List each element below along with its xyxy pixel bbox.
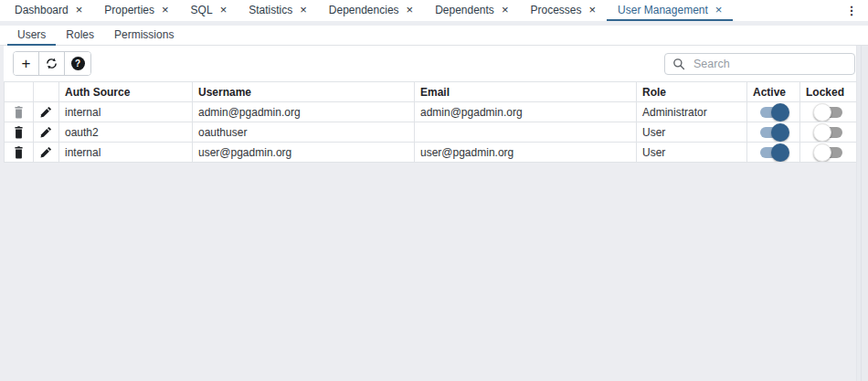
user-table-row: internal admin@pgadmin.org admin@pgadmin… xyxy=(5,102,857,122)
header-email: Email xyxy=(415,82,637,102)
toolbar: + ? xyxy=(4,46,856,81)
subtab-label: Roles xyxy=(66,28,94,41)
cell-username: oauthuser xyxy=(193,122,415,143)
subtab-roles[interactable]: Roles xyxy=(56,26,104,46)
cell-email: user@pgadmin.org xyxy=(415,143,637,163)
cell-role: User xyxy=(637,122,747,143)
locked-cell xyxy=(800,122,857,143)
delete-user-button[interactable] xyxy=(5,143,33,162)
cell-auth-source: internal xyxy=(59,143,193,163)
user-management-panel: + ? xyxy=(0,46,868,381)
locked-toggle[interactable] xyxy=(813,143,844,162)
cell-email xyxy=(415,122,637,143)
locked-cell xyxy=(800,102,857,122)
search-input[interactable] xyxy=(692,57,847,71)
tab-label: Statistics xyxy=(249,4,292,16)
delete-cell xyxy=(5,122,34,143)
help-button[interactable]: ? xyxy=(65,52,90,75)
cell-auth-source: internal xyxy=(59,102,193,122)
cell-email: admin@pgadmin.org xyxy=(415,102,637,122)
cell-username: user@pgadmin.org xyxy=(193,143,415,163)
tab-label: Properties xyxy=(104,4,154,16)
main-tab-statistics[interactable]: Statistics × xyxy=(238,0,318,21)
trash-icon xyxy=(13,146,25,159)
main-tab-user-management[interactable]: User Management × xyxy=(607,0,733,21)
edit-user-button[interactable] xyxy=(34,103,58,122)
main-tab-processes[interactable]: Processes × xyxy=(519,0,607,21)
cell-auth-source: oauth2 xyxy=(59,122,193,143)
pencil-icon xyxy=(40,146,52,158)
add-user-button[interactable]: + xyxy=(14,52,39,75)
subtab-permissions[interactable]: Permissions xyxy=(104,26,184,46)
plus-icon: + xyxy=(22,56,31,71)
table-body: internal admin@pgadmin.org admin@pgadmin… xyxy=(5,102,857,163)
header-edit xyxy=(34,82,59,102)
user-table-row: internal user@pgadmin.org user@pgadmin.o… xyxy=(5,143,857,163)
locked-toggle[interactable] xyxy=(813,103,844,122)
main-tabs: Dashboard × Properties × SQL × Statistic… xyxy=(4,0,733,21)
tab-close-icon[interactable]: × xyxy=(589,4,597,16)
header-auth-source: Auth Source xyxy=(59,82,193,102)
header-username: Username xyxy=(193,82,415,102)
header-active: Active xyxy=(747,82,800,102)
tab-label: Processes xyxy=(530,4,581,16)
edit-cell xyxy=(34,143,59,163)
delete-cell xyxy=(5,102,34,122)
active-cell xyxy=(747,122,800,143)
help-icon: ? xyxy=(71,57,85,70)
active-toggle[interactable] xyxy=(758,123,789,142)
tab-close-icon[interactable]: × xyxy=(715,4,723,16)
main-tab-properties[interactable]: Properties × xyxy=(93,0,179,21)
tab-close-icon[interactable]: × xyxy=(407,4,414,16)
tab-label: User Management xyxy=(618,4,708,16)
users-card: + ? xyxy=(4,46,856,163)
edit-cell xyxy=(34,122,59,143)
user-table-row: oauth2 oauthuser User xyxy=(5,122,857,143)
main-tab-dependents[interactable]: Dependents × xyxy=(424,0,519,21)
delete-user-button[interactable] xyxy=(5,123,33,142)
header-locked: Locked xyxy=(800,82,857,102)
subtab-label: Users xyxy=(17,28,46,41)
edit-user-button[interactable] xyxy=(34,123,58,142)
tab-label: Dependents xyxy=(435,4,494,16)
edit-cell xyxy=(34,102,59,122)
delete-cell xyxy=(5,143,34,163)
header-role: Role xyxy=(637,82,747,102)
tab-close-icon[interactable]: × xyxy=(162,4,169,16)
edit-user-button[interactable] xyxy=(34,143,58,162)
active-cell xyxy=(747,102,800,122)
cell-role: User xyxy=(637,143,747,163)
tab-label: SQL xyxy=(191,4,213,16)
tab-close-icon[interactable]: × xyxy=(300,4,307,16)
cell-role: Administrator xyxy=(637,102,747,122)
refresh-button[interactable] xyxy=(39,52,65,75)
tab-label: Dependencies xyxy=(329,4,399,16)
main-tab-dependencies[interactable]: Dependencies × xyxy=(318,0,424,21)
search-icon xyxy=(672,58,685,70)
main-tab-sql[interactable]: SQL × xyxy=(180,0,238,21)
delete-user-button xyxy=(5,103,33,122)
locked-cell xyxy=(800,143,857,163)
toolbar-button-group: + ? xyxy=(13,51,91,76)
more-options-icon[interactable]: ⋮ xyxy=(844,2,859,18)
header-delete xyxy=(5,82,34,102)
tab-close-icon[interactable]: × xyxy=(502,4,509,16)
active-toggle[interactable] xyxy=(758,103,789,122)
search-box xyxy=(664,53,855,75)
main-tab-dashboard[interactable]: Dashboard × xyxy=(4,0,93,21)
tab-close-icon[interactable]: × xyxy=(220,4,228,16)
main-tab-bar: Dashboard × Properties × SQL × Statistic… xyxy=(0,0,868,21)
pencil-icon xyxy=(40,126,52,138)
cell-username: admin@pgadmin.org xyxy=(193,102,415,122)
subtab-users[interactable]: Users xyxy=(7,26,56,46)
active-toggle[interactable] xyxy=(758,143,789,162)
refresh-icon xyxy=(45,57,58,70)
locked-toggle[interactable] xyxy=(813,123,844,142)
tab-label: Dashboard xyxy=(15,4,69,16)
subtab-bar: Users Roles Permissions xyxy=(0,26,868,46)
active-cell xyxy=(747,143,800,163)
tab-close-icon[interactable]: × xyxy=(76,4,83,16)
trash-icon xyxy=(13,126,25,139)
subtab-label: Permissions xyxy=(114,28,174,41)
vertical-scrollbar[interactable] xyxy=(856,46,868,381)
